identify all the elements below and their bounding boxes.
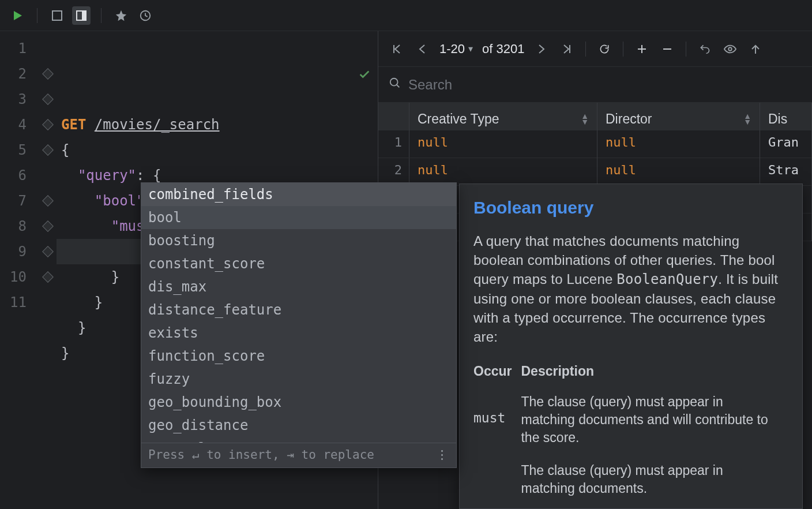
add-row-button[interactable] [634,44,650,54]
autocomplete-item[interactable]: constant_score [141,252,456,275]
layout-single-button[interactable] [48,6,66,25]
fold-marker[interactable] [39,264,57,290]
fold-marker[interactable] [39,214,57,239]
autocomplete-item[interactable]: geo_bounding_box [141,391,456,414]
autocomplete-item[interactable]: distance_feature [141,298,456,321]
prev-page-button[interactable] [414,43,430,55]
page-total: of 3201 [482,42,524,57]
layout-split-button[interactable] [72,6,91,25]
fold-marker[interactable] [39,137,57,163]
cell[interactable]: Stra [760,158,812,186]
svg-rect-2 [82,11,86,20]
line-number: 5 [0,137,39,163]
results-search-input[interactable] [408,77,802,93]
line-number: 4 [0,112,39,137]
line-number: 6 [0,163,39,188]
svg-point-5 [390,78,398,86]
results-search-bar [378,67,812,103]
autocomplete-item[interactable]: dis_max [141,275,456,298]
line-number: 10 [0,264,39,290]
sort-icon: ▲▼ [581,113,589,125]
cell[interactable]: null [597,130,760,158]
line-number-gutter: 1234567891011 [0,31,39,391]
autocomplete-item[interactable]: exists [141,321,456,345]
fold-marker[interactable] [39,112,57,137]
editor-toolbar [0,0,812,31]
column-header[interactable]: Director ▲▼ [597,103,760,130]
history-button[interactable] [136,6,155,25]
autocomplete-popup: combined_fieldsboolboostingconstant_scor… [141,182,457,468]
svg-point-4 [729,47,732,51]
autocomplete-item[interactable]: combined_fields [141,183,456,206]
toolbar-separator [623,42,623,57]
chevron-down-icon: ▾ [468,43,473,54]
cell[interactable]: null [409,158,597,186]
column-header[interactable]: Creative Type ▲▼ [409,103,597,130]
autocomplete-item[interactable]: geo_polygon [141,437,456,443]
search-icon [389,77,401,92]
line-number: 7 [0,188,39,214]
row-number: 1 [378,130,409,158]
autocomplete-hint: Press ↵ to insert, ⇥ to replace ⋮ [141,443,456,467]
doc-description: The clause (query) must appear in matchi… [521,388,788,457]
last-page-button[interactable] [559,43,575,55]
code-line[interactable]: GET /movies/_search [57,112,378,137]
remove-row-button[interactable] [659,44,675,54]
doc-occur [473,457,521,508]
toolbar-separator [686,42,686,57]
sort-icon: ▲▼ [743,113,751,125]
cell[interactable]: Gran [760,130,812,158]
line-number: 2 [0,61,39,87]
doc-occur: must [473,388,521,457]
table-header: Creative Type ▲▼ Director ▲▼ Dis [378,103,812,130]
cell[interactable]: null [597,158,760,186]
autocomplete-item[interactable]: fuzzy [141,368,456,391]
first-page-button[interactable] [389,43,405,55]
query-ok-icon [275,38,371,114]
doc-title: Boolean query [473,198,788,218]
upload-button[interactable] [747,43,764,55]
fold-marker[interactable] [39,188,57,214]
fold-marker[interactable] [39,239,57,264]
autocomplete-item[interactable]: boosting [141,229,456,252]
rownum-header [378,103,409,130]
doc-description: The clause (query) must appear in matchi… [521,457,788,508]
fold-gutter [39,31,57,391]
line-number: 3 [0,87,39,112]
code-line[interactable]: { [57,137,378,163]
autocomplete-hint-text: Press ↵ to insert, ⇥ to replace [148,448,374,462]
refresh-button[interactable] [596,43,612,55]
favorites-button[interactable] [112,6,130,25]
autocomplete-list: combined_fieldsboolboostingconstant_scor… [141,183,456,443]
more-icon[interactable]: ⋮ [436,448,449,462]
table-row[interactable]: 1nullnullGran [378,130,812,158]
query-editor-pane: 1234567891011 GET /movies/_search{ "quer… [0,31,378,509]
results-toolbar: 1-20 ▾ of 3201 [378,31,812,67]
fold-marker[interactable] [39,61,57,87]
line-number: 1 [0,36,39,61]
page-range-text: 1-20 [439,42,465,57]
view-button[interactable] [722,44,738,54]
autocomplete-item[interactable]: geo_distance [141,414,456,437]
column-header[interactable]: Dis [760,103,812,130]
page-range-dropdown[interactable]: 1-20 ▾ [439,42,473,57]
undo-button[interactable] [697,43,713,55]
fold-marker[interactable] [39,36,57,61]
run-button[interactable] [8,6,27,25]
doc-occurrence-table: Occur Description mustThe clause (query)… [473,360,788,508]
fold-marker[interactable] [39,87,57,112]
autocomplete-item[interactable]: function_score [141,345,456,368]
next-page-button[interactable] [533,43,550,55]
toolbar-separator [37,8,37,23]
documentation-popup: Boolean query A query that matches docum… [459,184,803,509]
cell[interactable]: null [409,130,597,158]
row-number: 2 [378,158,409,185]
line-number: 8 [0,214,39,239]
table-row[interactable]: 2nullnullStra [378,158,812,186]
fold-marker[interactable] [39,163,57,188]
line-number: 9 [0,239,39,264]
doc-body: A query that matches documents matching … [473,231,788,346]
fold-marker[interactable] [39,290,57,315]
line-number: 11 [0,290,39,315]
autocomplete-item[interactable]: bool [141,206,456,229]
